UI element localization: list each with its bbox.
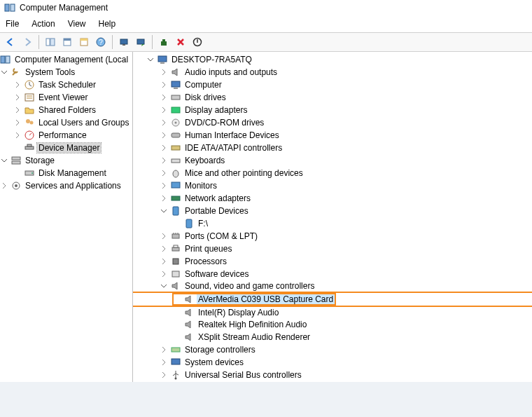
chevron-right-icon[interactable] [160, 156, 168, 165]
svg-rect-3 [50, 39, 55, 46]
chevron-right-icon[interactable] [160, 182, 168, 190]
cat-keyboards[interactable]: Keyboards [133, 154, 532, 167]
svg-rect-51 [172, 271, 179, 277]
chevron-right-icon[interactable] [160, 358, 168, 367]
tree-services-apps[interactable]: Services and Applications [0, 179, 132, 192]
cat-portable-devices[interactable]: Portable Devices [133, 205, 532, 217]
tree-local-users[interactable]: Local Users and Groups [0, 116, 132, 129]
cat-monitors[interactable]: Monitors [133, 179, 532, 192]
event-icon [24, 92, 35, 103]
chevron-down-icon[interactable] [160, 207, 168, 215]
cat-disk-drives[interactable]: Disk drives [133, 91, 532, 104]
cat-dvd[interactable]: DVD/CD-ROM drives [133, 116, 532, 129]
disable-button[interactable] [173, 34, 188, 50]
tree-shared-folders[interactable]: Shared Folders [0, 104, 132, 116]
chevron-right-icon[interactable] [160, 270, 168, 278]
device-xsplit-audio[interactable]: XSplit Stream Audio Renderer [133, 331, 532, 343]
cat-computer[interactable]: Computer [133, 78, 532, 91]
svg-point-38 [175, 122, 177, 124]
chevron-right-icon[interactable] [160, 169, 168, 177]
tree-task-scheduler[interactable]: Task Scheduler [0, 78, 132, 91]
cat-hid[interactable]: Human Interface Devices [133, 129, 532, 142]
cat-audio-io[interactable]: Audio inputs and outputs [133, 66, 532, 78]
cat-system-devices[interactable]: System devices [133, 356, 532, 369]
cat-usb-controllers[interactable]: Universal Serial Bus controllers [133, 369, 532, 381]
cat-print-queues[interactable]: Print queues [133, 242, 532, 255]
chevron-right-icon[interactable] [0, 182, 8, 190]
chevron-down-icon[interactable] [146, 55, 155, 64]
cat-storage-controllers[interactable]: Storage controllers [133, 343, 532, 356]
tree-root-computer-management[interactable]: Computer Management (Local [0, 53, 132, 66]
chevron-right-icon[interactable] [160, 257, 168, 266]
cat-software-devices[interactable]: Software devices [133, 268, 532, 280]
chevron-right-icon[interactable] [13, 93, 22, 102]
chevron-right-icon[interactable] [160, 371, 168, 379]
cat-display-adapters[interactable]: Display adapters [133, 104, 532, 116]
tree-label: Storage [24, 156, 56, 165]
chevron-right-icon[interactable] [160, 93, 168, 102]
port-icon [170, 231, 181, 242]
chevron-right-icon[interactable] [13, 118, 22, 127]
menu-file[interactable]: File [6, 19, 19, 29]
chevron-right-icon[interactable] [160, 118, 168, 127]
tree-label: Display adapters [183, 105, 248, 115]
chevron-right-icon[interactable] [13, 106, 22, 114]
properties-button[interactable] [59, 34, 75, 50]
chevron-right-icon[interactable] [160, 68, 168, 76]
chevron-right-icon[interactable] [160, 144, 168, 152]
chevron-right-icon[interactable] [160, 346, 168, 354]
chevron-down-icon[interactable] [160, 282, 168, 290]
cat-sound-video-game[interactable]: Sound, video and game controllers [133, 280, 532, 293]
portable-device-icon [183, 218, 195, 229]
tree-system-tools[interactable]: System Tools [0, 66, 132, 78]
chevron-right-icon[interactable] [160, 245, 168, 253]
device-f-drive[interactable]: F:\ [133, 217, 532, 230]
device-realtek-audio[interactable]: Realtek High Definition Audio [133, 318, 532, 331]
chevron-right-icon[interactable] [160, 81, 168, 89]
svg-rect-44 [172, 196, 180, 200]
export-button[interactable] [76, 34, 92, 50]
show-hide-tree-button[interactable] [43, 34, 58, 50]
svg-rect-24 [27, 144, 31, 146]
forward-button[interactable] [20, 34, 35, 50]
svg-point-20 [26, 119, 30, 123]
tree-label: Disk Management [37, 168, 108, 178]
menu-help[interactable]: Help [99, 19, 116, 29]
uninstall-button[interactable] [156, 34, 172, 50]
menu-view[interactable]: View [68, 19, 86, 29]
chevron-down-icon[interactable] [0, 68, 8, 76]
chevron-right-icon[interactable] [13, 131, 22, 139]
menu-action[interactable]: Action [31, 19, 55, 29]
device-intel-display-audio[interactable]: Intel(R) Display Audio [133, 306, 532, 318]
tree-event-viewer[interactable]: Event Viewer [0, 91, 132, 104]
tree-performance[interactable]: Performance [0, 129, 132, 142]
mouse-icon [170, 168, 181, 179]
tree-device-manager[interactable]: Device Manager [0, 142, 132, 154]
chevron-down-icon[interactable] [0, 156, 8, 165]
tree-label: Local Users and Groups [37, 118, 130, 128]
speaker-icon [183, 331, 195, 343]
enable-button[interactable] [190, 34, 205, 50]
footer-blank [0, 382, 532, 417]
chevron-right-icon[interactable] [160, 106, 168, 114]
chevron-right-icon[interactable] [160, 131, 168, 139]
chevron-right-icon[interactable] [13, 81, 22, 89]
cat-processors[interactable]: Processors [133, 255, 532, 268]
chevron-right-icon[interactable] [160, 232, 168, 240]
tree-disk-management[interactable]: Disk Management [0, 167, 132, 179]
update-driver-button[interactable] [133, 34, 148, 50]
scan-hardware-button[interactable] [116, 34, 132, 50]
svg-rect-49 [174, 245, 178, 247]
chevron-right-icon[interactable] [160, 194, 168, 203]
title-bar: Computer Management [0, 0, 532, 15]
tree-storage[interactable]: Storage [0, 154, 132, 167]
cat-mice[interactable]: Mice and other pointing devices [133, 167, 532, 179]
spacer [173, 308, 181, 317]
cat-ports[interactable]: Ports (COM & LPT) [133, 230, 532, 242]
cat-ide[interactable]: IDE ATA/ATAPI controllers [133, 142, 532, 154]
device-root[interactable]: DESKTOP-7RA5ATQ [133, 53, 532, 66]
device-avermedia[interactable]: AVerMedia C039 USB Capture Card [133, 293, 532, 306]
help-button[interactable]: ? [93, 34, 108, 50]
cat-network[interactable]: Network adapters [133, 192, 532, 205]
back-button[interactable] [3, 34, 18, 50]
